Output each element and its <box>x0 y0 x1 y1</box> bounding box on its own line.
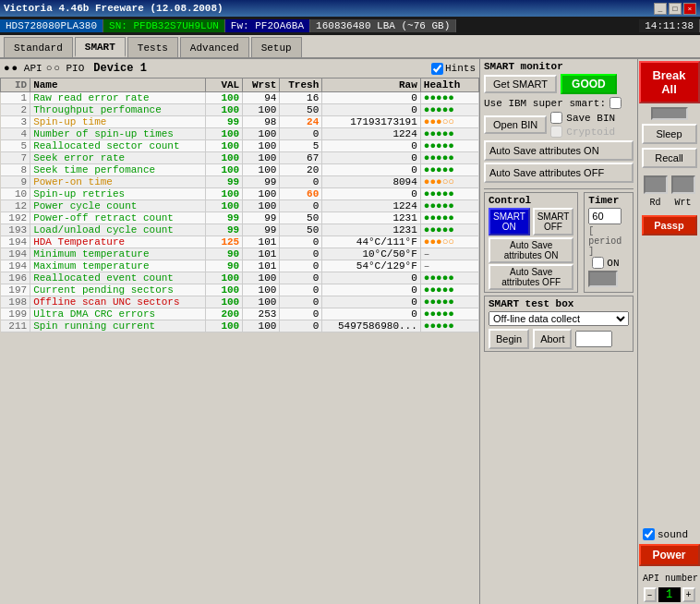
ibm-smart-checkbox[interactable] <box>609 97 622 109</box>
smart-off-button[interactable]: SMART OFF <box>533 208 574 236</box>
save-bin-checkbox[interactable] <box>550 112 562 124</box>
recall-button[interactable]: Recall <box>642 148 697 168</box>
cell-health: ●●●○○ <box>420 176 478 188</box>
api-minus-button[interactable]: – <box>644 587 657 602</box>
get-smart-button[interactable]: Get SMART <box>484 75 557 93</box>
tab-smart[interactable]: SMART <box>75 37 126 57</box>
cell-id: 1 <box>1 92 30 104</box>
hints-checkbox[interactable]: Hints <box>431 63 476 75</box>
timer-slider[interactable] <box>588 271 618 287</box>
cell-raw: 0 <box>322 164 421 176</box>
control-label: Control <box>489 195 573 206</box>
col-header-thresh: Tresh <box>280 79 322 92</box>
tab-tests[interactable]: Tests <box>127 37 178 57</box>
auto-save-off-btn2[interactable]: Auto Saveattributes OFF <box>489 264 573 290</box>
cell-id: 198 <box>1 296 30 308</box>
cell-name: HDA Temperature <box>30 236 206 248</box>
break-all-button[interactable]: Break All <box>639 61 700 103</box>
cell-wrst: 100 <box>243 272 280 284</box>
abort-button[interactable]: Abort <box>533 329 572 349</box>
hints-check-input[interactable] <box>431 63 443 75</box>
cell-id: 2 <box>1 104 30 116</box>
cell-health: ●●●●● <box>420 284 478 296</box>
minimize-button[interactable]: _ <box>654 3 667 15</box>
cell-raw: 5497586980... <box>322 320 421 332</box>
save-bin-row: Save BIN <box>550 112 615 124</box>
cell-id: 197 <box>1 284 30 296</box>
table-row: 5 Reallocated sector count 100 100 5 0 ●… <box>1 140 479 152</box>
timer-on-checkbox[interactable] <box>592 257 604 269</box>
auto-save-on-button[interactable]: Auto Save attributes ON <box>484 140 634 161</box>
smart-test-box: SMART test box Off-line data collect Sho… <box>484 296 634 352</box>
cell-name: Raw read error rate <box>30 92 206 104</box>
tab-advanced[interactable]: Advanced <box>180 37 249 57</box>
divider-1 <box>484 188 634 189</box>
pio-label: ○ PIO <box>54 63 84 74</box>
cell-val: 100 <box>206 320 243 332</box>
cell-raw: 0 <box>322 308 421 320</box>
smart-table-scroll[interactable]: ID Name VAL Wrst Tresh Raw Health 1 Raw … <box>0 78 479 405</box>
tab-standard[interactable]: Standard <box>4 37 73 57</box>
drive-bar: HDS728080PLA380 SN: PFDB32S7UH9LUN Fw: P… <box>0 17 700 35</box>
passp-button[interactable]: Passp <box>642 215 697 236</box>
close-button[interactable]: × <box>683 3 696 15</box>
rd-indicator <box>644 175 668 194</box>
table-row: 10 Spin-up retries 100 100 60 0 ●●●●● <box>1 188 479 200</box>
cell-val: 100 <box>206 92 243 104</box>
cell-val: 100 <box>206 152 243 164</box>
cell-id: 199 <box>1 308 30 320</box>
cell-thresh: 24 <box>280 116 322 128</box>
maximize-button[interactable]: □ <box>669 3 682 15</box>
begin-button[interactable]: Begin <box>489 329 529 349</box>
api-plus-button[interactable]: + <box>682 587 695 602</box>
tab-setup[interactable]: Setup <box>251 37 302 57</box>
control-timer-row: Control SMART ON SMART OFF Auto Saveattr… <box>484 192 634 293</box>
timer-input[interactable] <box>588 208 622 224</box>
api-radio[interactable]: ● ● API <box>4 63 42 74</box>
drive-model[interactable]: HDS728080PLA380 <box>0 19 103 32</box>
open-bin-button[interactable]: Open BIN <box>484 115 547 134</box>
smart-panel: ● ● API ○ ○ PIO Device 1 Hints ID <box>0 59 480 604</box>
sound-checkbox[interactable] <box>643 528 655 540</box>
cell-health: ●●●●● <box>420 308 478 320</box>
cell-thresh: 0 <box>280 200 322 212</box>
cell-raw: 1224 <box>322 200 421 212</box>
rd-wrt-labels: Rd Wrt <box>644 198 695 208</box>
cell-val: 99 <box>206 212 243 224</box>
test-value-input[interactable] <box>575 331 612 347</box>
col-header-val: VAL <box>206 79 243 92</box>
good-button[interactable]: GOOD <box>561 74 617 94</box>
pio-radio[interactable]: ○ ○ PIO <box>46 63 85 74</box>
auto-save-off-button[interactable]: Auto Save attributes OFF <box>484 163 634 183</box>
auto-save-on-btn2[interactable]: Auto Saveattributes ON <box>489 237 573 263</box>
col-header-id: ID <box>1 79 30 92</box>
cell-val: 90 <box>206 248 243 260</box>
ibm-smart-row: Use IBM super smart: <box>484 97 634 109</box>
api-number-box: API number <box>643 574 698 584</box>
sleep-button[interactable]: Sleep <box>642 124 697 144</box>
cell-raw: 0 <box>322 284 421 296</box>
power-button[interactable]: Power <box>639 544 700 566</box>
api-radio-icon[interactable]: ● <box>4 63 10 74</box>
drive-serial[interactable]: SN: PFDB32S7UH9LUN <box>103 19 225 32</box>
cell-thresh: 0 <box>280 272 322 284</box>
table-row: 4 Number of spin-up times 100 100 0 1224… <box>1 128 479 140</box>
cell-id: 3 <box>1 116 30 128</box>
cell-health: ●●●●● <box>420 104 478 116</box>
drive-firmware[interactable]: Fw: PF2OA6BA <box>225 19 310 32</box>
drive-capacity: 160836480 LBA (~76 GB) <box>310 19 456 32</box>
cell-name: Offline scan UNC sectors <box>30 296 206 308</box>
cryptoid-checkbox[interactable] <box>550 126 562 138</box>
cell-val: 100 <box>206 272 243 284</box>
api-label: ● API <box>12 63 42 74</box>
cell-id: 194 <box>1 236 30 248</box>
cell-thresh: 0 <box>280 248 322 260</box>
test-type-select[interactable]: Off-line data collect Short self-test Ex… <box>489 311 629 326</box>
cell-id: 8 <box>1 164 30 176</box>
smart-on-button[interactable]: SMART ON <box>489 208 530 236</box>
bin-row: Open BIN Save BIN Cryptoid <box>484 112 634 138</box>
smart-test-label: SMART test box <box>489 298 629 309</box>
cell-name: Spin running current <box>30 320 206 332</box>
window-controls[interactable]: _ □ × <box>654 3 696 15</box>
break-slider[interactable] <box>651 107 688 120</box>
